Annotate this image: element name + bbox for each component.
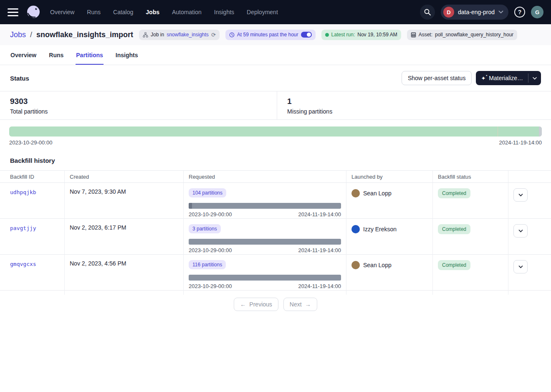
latest-run-label: Latest run: bbox=[331, 32, 355, 38]
tab-bar: Overview Runs Partitions Insights bbox=[0, 45, 551, 65]
backfill-id-link[interactable]: udhpqjkb bbox=[10, 189, 36, 195]
missing-partitions-value: 1 bbox=[287, 97, 541, 106]
col-created: Created bbox=[65, 171, 184, 182]
clock-icon bbox=[229, 32, 235, 38]
asset-name[interactable]: poll_snowflake_query_history_hour bbox=[435, 32, 513, 38]
materialize-dropdown-button[interactable] bbox=[528, 71, 541, 85]
chevron-down-icon bbox=[518, 230, 523, 233]
workspace-name: data-eng-prod bbox=[458, 9, 495, 15]
launched-by-name: Izzy Erekson bbox=[363, 226, 397, 233]
status-badge: Completed bbox=[438, 260, 470, 270]
page-title: snowflake_insights_import bbox=[36, 30, 133, 39]
job-in-label: Job in bbox=[151, 32, 164, 38]
nav-catalog[interactable]: Catalog bbox=[113, 9, 133, 15]
requested-cell: 116 partitions 2023-10-29-00:00 2024-11-… bbox=[184, 255, 346, 295]
user-avatar[interactable]: G bbox=[531, 6, 543, 18]
nav-deployment[interactable]: Deployment bbox=[247, 9, 278, 15]
menu-icon[interactable] bbox=[8, 8, 18, 16]
next-page-button[interactable]: Next → bbox=[283, 298, 317, 311]
table-row: pavgtjjy Nov 2, 2023, 6:17 PM 3 partitio… bbox=[0, 219, 551, 255]
asset-badge: Asset: poll_snowflake_query_history_hour bbox=[407, 30, 517, 40]
chevron-down-icon bbox=[498, 10, 503, 14]
launched-by-name: Sean Lopp bbox=[363, 190, 392, 197]
partition-range-end: 2024-11-19-14:00 bbox=[499, 139, 542, 146]
range-end: 2024-11-19-14:00 bbox=[298, 283, 341, 289]
dagster-logo-icon[interactable] bbox=[25, 4, 42, 20]
tab-overview[interactable]: Overview bbox=[10, 45, 37, 65]
breadcrumb-jobs-link[interactable]: Jobs bbox=[10, 30, 26, 39]
row-menu-button[interactable] bbox=[513, 260, 528, 273]
partitions-count-pill[interactable]: 116 partitions bbox=[189, 260, 226, 269]
range-end: 2024-11-19-14:00 bbox=[298, 247, 341, 253]
col-actions bbox=[508, 171, 551, 182]
range-end: 2024-11-19-14:00 bbox=[298, 211, 341, 217]
range-start: 2023-10-29-00:00 bbox=[189, 283, 232, 289]
row-menu-button[interactable] bbox=[513, 224, 528, 238]
latest-run-badge: Latest run: Nov 19, 10:59 AM bbox=[321, 30, 401, 40]
user-avatar bbox=[351, 189, 360, 197]
arrow-right-icon: → bbox=[305, 301, 311, 308]
partition-status-bar[interactable] bbox=[9, 126, 542, 137]
chevron-down-icon bbox=[518, 194, 523, 197]
schedule-badge: At 59 minutes past the hour bbox=[225, 30, 316, 40]
run-status-dot-icon bbox=[325, 33, 329, 37]
created-cell: Nov 2, 2023, 4:56 PM bbox=[65, 255, 184, 295]
nav-insights[interactable]: Insights bbox=[214, 9, 234, 15]
hierarchy-icon bbox=[143, 32, 148, 38]
partition-bar-seam bbox=[498, 126, 498, 137]
asset-label: Asset: bbox=[419, 32, 432, 38]
backfill-history-title: Backfill history bbox=[0, 146, 551, 170]
job-location-badge: Job in snowflake_insights ⟳ bbox=[139, 30, 220, 40]
code-location-link[interactable]: snowflake_insights bbox=[167, 32, 209, 38]
chevron-down-icon bbox=[533, 77, 537, 80]
tab-insights[interactable]: Insights bbox=[115, 45, 139, 65]
requested-cell: 104 partitions 2023-10-29-00:00 2024-11-… bbox=[184, 183, 346, 223]
launched-by-name: Sean Lopp bbox=[363, 262, 392, 268]
previous-page-button[interactable]: ← Previous bbox=[234, 298, 278, 311]
chevron-down-icon bbox=[518, 266, 523, 268]
partitions-count-pill[interactable]: 3 partitions bbox=[189, 224, 221, 233]
total-partitions-label: Total partitions bbox=[10, 108, 267, 115]
total-partitions-stat: 9303 Total partitions bbox=[0, 91, 277, 119]
reload-icon[interactable]: ⟳ bbox=[211, 32, 216, 38]
nav-overview[interactable]: Overview bbox=[50, 9, 74, 15]
search-icon[interactable] bbox=[420, 5, 435, 20]
arrow-left-icon: ← bbox=[240, 301, 246, 308]
nav-runs[interactable]: Runs bbox=[87, 9, 101, 15]
workspace-badge: D bbox=[443, 7, 454, 18]
user-avatar bbox=[351, 261, 360, 269]
materialize-label: Materialize… bbox=[489, 75, 523, 81]
materialize-split-button: ✦ Materialize… bbox=[476, 71, 541, 85]
help-icon[interactable]: ? bbox=[514, 7, 525, 18]
launched-by-cell: Sean Lopp bbox=[351, 188, 427, 197]
latest-run-time[interactable]: Nov 19, 10:59 AM bbox=[357, 32, 397, 38]
missing-partition-segment bbox=[539, 126, 542, 137]
sparkle-icon: ✦ bbox=[481, 76, 485, 81]
col-backfill-status: Backfill status bbox=[433, 171, 508, 182]
nav-jobs[interactable]: Jobs bbox=[146, 9, 159, 15]
launched-by-cell: Izzy Erekson bbox=[351, 224, 427, 233]
schedule-toggle[interactable] bbox=[301, 32, 312, 38]
breadcrumb-separator: / bbox=[30, 30, 32, 39]
materialize-button[interactable]: ✦ Materialize… bbox=[476, 71, 528, 85]
requested-range-bar bbox=[189, 275, 341, 281]
show-per-asset-status-button[interactable]: Show per-asset status bbox=[402, 71, 472, 85]
status-section-header: Status Show per-asset status ✦ Materiali… bbox=[0, 65, 551, 91]
workspace-switcher[interactable]: D data-eng-prod bbox=[441, 5, 508, 20]
backfill-id-link[interactable]: pavgtjjy bbox=[10, 225, 36, 231]
backfill-id-link[interactable]: gmqvgcxs bbox=[10, 261, 36, 267]
missing-partitions-label: Missing partitions bbox=[287, 108, 541, 115]
status-badge: Completed bbox=[438, 188, 470, 198]
tab-partitions[interactable]: Partitions bbox=[76, 45, 104, 65]
created-cell: Nov 2, 2023, 6:17 PM bbox=[65, 219, 184, 259]
schedule-label: At 59 minutes past the hour bbox=[237, 32, 298, 38]
nav-automation[interactable]: Automation bbox=[172, 9, 202, 15]
launched-by-cell: Sean Lopp bbox=[351, 260, 427, 269]
user-avatar bbox=[351, 225, 360, 233]
page-header: Jobs / snowflake_insights_import Job in … bbox=[0, 24, 551, 45]
partition-health-section: 2023-10-29-00:00 2024-11-19-14:00 bbox=[0, 120, 551, 146]
tab-runs[interactable]: Runs bbox=[48, 45, 64, 65]
row-menu-button[interactable] bbox=[513, 188, 528, 202]
col-launched-by: Launched by bbox=[346, 171, 433, 182]
partitions-count-pill[interactable]: 104 partitions bbox=[189, 188, 226, 197]
